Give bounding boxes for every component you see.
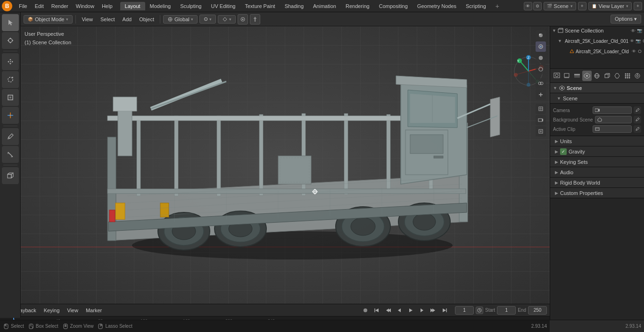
workspace-texture-paint[interactable]: Texture Paint: [240, 2, 280, 10]
menu-help[interactable]: Help: [98, 2, 116, 10]
scene-subsection-header[interactable]: ▼ Scene: [550, 93, 644, 104]
timeline-marker-menu[interactable]: Marker: [83, 307, 105, 314]
item-select-001[interactable]: [642, 39, 644, 43]
object-menu[interactable]: Object: [136, 16, 157, 23]
scene-options-btn[interactable]: ⚙: [533, 2, 542, 10]
select-tool-btn[interactable]: [2, 14, 19, 31]
transform-pivot-selector[interactable]: ⊙ ▾: [199, 15, 216, 24]
gravity-section[interactable]: ▶ ✓ Gravity: [550, 146, 644, 157]
view-layer-selector[interactable]: 📋 View Layer ▾: [588, 2, 632, 10]
keying-sets-section[interactable]: ▶ Keying Sets: [550, 157, 644, 167]
bg-scene-edit-btn[interactable]: [634, 116, 641, 123]
menu-edit[interactable]: Edit: [31, 2, 48, 10]
measure-tool-btn[interactable]: [2, 146, 19, 163]
current-frame-input[interactable]: 1: [455, 306, 474, 315]
workspace-scripting[interactable]: Scripting: [461, 2, 491, 10]
object-props-btn[interactable]: [536, 126, 546, 137]
item-camera-001[interactable]: 📷: [636, 39, 641, 43]
scale-tool-btn[interactable]: [2, 89, 19, 106]
timeline-record-btn[interactable]: [361, 306, 370, 315]
timeline-prev-frame-btn[interactable]: [383, 306, 393, 315]
prop-icon-modifier[interactable]: [613, 71, 622, 81]
outliner-scene-collection[interactable]: ▼ Scene Collection 👁 📷: [550, 25, 644, 36]
collection-eye-icon[interactable]: 👁: [631, 28, 636, 33]
viewport-shading-material[interactable]: [536, 41, 546, 52]
prop-icon-world[interactable]: [593, 71, 602, 81]
workspace-animation[interactable]: Animation: [308, 2, 341, 10]
start-frame-input[interactable]: 1: [497, 306, 516, 315]
menu-window[interactable]: Window: [72, 2, 98, 10]
transform-orientation-selector[interactable]: Global ▾: [163, 15, 198, 24]
add-cube-btn[interactable]: [2, 167, 19, 184]
timeline-jump-end-btn[interactable]: [440, 306, 449, 315]
menu-file[interactable]: File: [15, 2, 31, 10]
add-workspace-button[interactable]: +: [493, 1, 502, 11]
viewport-3d[interactable]: User Perspective (1) Scene Collection X …: [21, 26, 550, 304]
gravity-checkbox[interactable]: ✓: [560, 148, 567, 155]
custom-props-section[interactable]: ▶ Custom Properties: [550, 188, 644, 198]
overlay-toggle[interactable]: [536, 78, 546, 89]
workspace-rendering[interactable]: Rendering: [341, 2, 374, 10]
scene-section-header[interactable]: ▼ Scene: [550, 83, 644, 93]
options-button[interactable]: Options ▾: [611, 15, 641, 24]
collection-camera-icon[interactable]: 📷: [637, 28, 642, 33]
transform-tool-btn[interactable]: [2, 107, 19, 124]
move-tool-btn[interactable]: [2, 53, 19, 70]
object-mode-selector[interactable]: 📦 Object Mode ▾: [24, 15, 73, 24]
select-menu[interactable]: Select: [98, 16, 118, 23]
frame-clock-btn[interactable]: [476, 307, 483, 314]
item-visibility-002[interactable]: 👁: [632, 49, 636, 54]
workspace-compositing[interactable]: Compositing: [374, 2, 413, 10]
active-clip-edit-btn[interactable]: [634, 125, 641, 133]
rigid-body-section[interactable]: ▶ Rigid Body World: [550, 178, 644, 188]
outliner-item-002[interactable]: Aircraft_25K_Loader_Old 👁: [561, 46, 644, 57]
cursor-tool-btn[interactable]: [2, 32, 19, 49]
active-clip-value[interactable]: [593, 125, 632, 133]
workspace-modeling[interactable]: Modeling: [145, 2, 176, 10]
workspace-sculpting[interactable]: Sculpting: [175, 2, 206, 10]
workspace-uv-editing[interactable]: UV Editing: [206, 2, 240, 10]
camera-edit-btn[interactable]: [634, 106, 641, 114]
add-menu[interactable]: Add: [120, 16, 135, 23]
viewport-shading-solid[interactable]: [536, 53, 546, 63]
prop-icon-output[interactable]: [562, 71, 571, 81]
prop-icon-object[interactable]: [603, 71, 611, 81]
snap-to-btn[interactable]: [250, 14, 260, 24]
camera-value[interactable]: [593, 106, 632, 114]
prop-icon-scene[interactable]: [582, 71, 591, 81]
scene-add-btn[interactable]: +: [578, 2, 586, 10]
gizmo-toggle[interactable]: [536, 89, 546, 100]
units-section[interactable]: ▶ Units: [550, 136, 644, 146]
timeline-next-key-btn[interactable]: [417, 306, 427, 315]
camera-view-btn[interactable]: [536, 115, 546, 125]
item-select-002[interactable]: [637, 49, 642, 54]
view-menu[interactable]: View: [79, 16, 96, 23]
menu-render[interactable]: Render: [48, 2, 72, 10]
timeline-jump-start-btn[interactable]: [372, 306, 381, 315]
prop-icon-render[interactable]: [552, 71, 561, 81]
3d-cursor[interactable]: [312, 189, 318, 194]
outliner-item-001[interactable]: ▼ Aircraft_25K_Loader_Old_001 👁 📷: [556, 36, 644, 46]
timeline-prev-key-btn[interactable]: [395, 306, 404, 315]
workspace-shading[interactable]: Shading: [280, 2, 308, 10]
view-layer-add-btn[interactable]: +: [634, 2, 642, 10]
prop-icon-view-layer[interactable]: [572, 71, 581, 81]
viewport-shading-rendered[interactable]: [536, 30, 546, 40]
proportional-editing-btn[interactable]: [238, 14, 248, 24]
workspace-layout[interactable]: Layout: [120, 2, 145, 10]
bg-scene-value[interactable]: [595, 116, 632, 123]
annotate-tool-btn[interactable]: [2, 128, 19, 145]
timeline-view-menu[interactable]: View: [64, 307, 81, 314]
item-visibility-001[interactable]: 👁: [630, 39, 634, 43]
prop-icon-particles[interactable]: [623, 71, 632, 81]
timeline-next-frame-btn[interactable]: [429, 306, 438, 315]
scene-selector[interactable]: 🎬 Scene ▾: [544, 2, 576, 10]
viewport-shading-wireframe[interactable]: [536, 64, 546, 74]
timeline-play-btn[interactable]: [406, 306, 415, 315]
audio-section[interactable]: ▶ Audio: [550, 167, 644, 178]
snap-selector[interactable]: ▾: [218, 15, 236, 24]
scene-icon-btn[interactable]: 👁: [524, 2, 532, 10]
workspace-geometry-nodes[interactable]: Geometry Nodes: [413, 2, 461, 10]
rotate-tool-btn[interactable]: [2, 71, 19, 88]
snap-view-btn[interactable]: [536, 104, 546, 114]
